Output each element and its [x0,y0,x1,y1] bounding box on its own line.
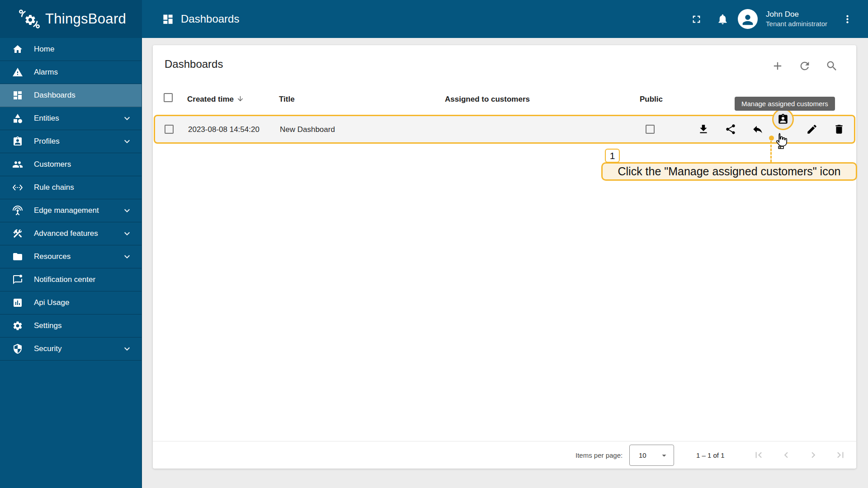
manage-assigned-customers-button[interactable] [772,108,794,130]
customers-icon [12,159,23,170]
row-checkbox[interactable] [165,125,174,134]
home-icon [12,44,23,55]
advanced-features-icon [12,228,23,239]
sidebar-item-home[interactable]: Home [0,38,142,61]
instruction-callout: Click the "Manage assigned customers" ic… [601,162,857,181]
sidebar-item-label: Rule chains [34,183,132,192]
rule-chains-icon [12,182,23,193]
resources-icon [12,251,23,262]
sidebar-item-label: Resources [34,252,122,261]
sidebar-item-label: Customers [34,160,132,169]
top-bar: ThingsBoard Dashboards John Doe Tenant a… [0,0,868,38]
public-checkbox[interactable] [646,125,655,134]
sidebar-item-resources[interactable]: Resources [0,245,142,268]
person-icon [740,12,755,28]
chevron-down-icon [122,343,132,354]
card-title: Dashboards [165,58,223,70]
row-title: New Dashboard [280,125,335,134]
sort-desc-icon [236,95,244,103]
row-created-time: 2023-08-08 14:54:20 [188,125,259,134]
sidebar-item-label: Advanced features [34,229,122,238]
sidebar-item-label: Home [34,45,132,54]
table-row[interactable]: 2023-08-08 14:54:20 New Dashboard [154,115,855,144]
notifications-button[interactable] [712,8,733,30]
search-button[interactable] [824,58,840,74]
breadcrumb: Dashboards [162,13,239,25]
page-title: Dashboards [181,13,239,25]
chevron-down-icon [122,113,132,124]
fullscreen-button[interactable] [685,8,707,30]
sidebar-item-label: Entities [34,114,122,123]
next-page-icon[interactable] [807,449,819,461]
refresh-button[interactable] [797,58,813,74]
thingsboard-app: ThingsBoard Dashboards John Doe Tenant a… [0,0,868,488]
sidebar-item-rule-chains[interactable]: Rule chains [0,176,142,199]
paginator: Items per page: 10 1 – 1 of 1 [153,441,856,469]
sidebar-item-edge-management[interactable]: Edge management [0,199,142,222]
edge-management-icon [12,205,23,216]
api-usage-icon [12,297,23,308]
notification-center-icon [12,274,23,285]
chevron-down-icon [122,205,132,216]
column-title[interactable]: Title [279,95,295,104]
page-range-label: 1 – 1 of 1 [696,451,725,459]
thingsboard-logo-icon [17,7,42,31]
avatar[interactable] [738,9,758,29]
entities-icon [12,113,23,124]
fullscreen-icon [690,13,703,25]
manage-assigned-customers-icon[interactable] [777,113,789,125]
bell-icon [717,13,729,25]
logo[interactable]: ThingsBoard [0,0,142,38]
make-private-icon [752,123,764,135]
search-icon [826,60,838,72]
tooltip: Manage assigned customers [735,97,835,111]
dropdown-arrow-icon [659,450,669,460]
main-content: Dashboards Created time Title Assigned t… [142,38,868,488]
sidebar-item-label: Alarms [34,68,132,77]
last-page-icon[interactable] [835,449,846,461]
dashboards-icon [162,13,174,25]
alarms-icon [12,67,23,78]
column-assigned-to-customers[interactable]: Assigned to customers [445,95,530,104]
page-size-value: 10 [639,451,646,459]
user-menu-button[interactable] [836,8,858,30]
sidebar-item-label: Settings [34,321,132,330]
sidebar-item-alarms[interactable]: Alarms [0,61,142,84]
connector-dashed-line [770,141,772,162]
sidebar-item-customers[interactable]: Customers [0,153,142,176]
profiles-icon [12,136,23,147]
share-icon[interactable] [725,123,736,135]
sidebar-item-notification-center[interactable]: Notification center [0,268,142,291]
sidebar-item-profiles[interactable]: Profiles [0,130,142,153]
select-all-checkbox[interactable] [164,93,173,102]
sidebar-item-label: Dashboards [34,91,132,100]
previous-page-icon[interactable] [780,449,792,461]
add-dashboard-button[interactable] [769,58,786,74]
download-icon[interactable] [698,123,709,135]
sidebar-item-settings[interactable]: Settings [0,314,142,338]
step-number-badge: 1 [605,149,620,163]
sidebar-item-label: Api Usage [34,298,132,307]
items-per-page-label: Items per page: [576,451,623,459]
column-created-time[interactable]: Created time [187,95,244,104]
sidebar-item-advanced-features[interactable]: Advanced features [0,222,142,245]
user-name: John Doe [766,9,827,19]
user-role: Tenant administrator [766,19,827,28]
security-icon [12,343,23,354]
dashboards-card: Dashboards Created time Title Assigned t… [153,45,856,469]
column-public[interactable]: Public [640,95,663,104]
sidebar-item-label: Security [34,344,122,353]
user-info: John Doe Tenant administrator [766,9,827,28]
settings-icon [12,320,23,331]
edit-icon[interactable] [806,123,818,135]
sidebar-item-api-usage[interactable]: Api Usage [0,291,142,314]
sidebar-nav: HomeAlarmsDashboardsEntitiesProfilesCust… [0,38,142,488]
sidebar-item-entities[interactable]: Entities [0,107,142,130]
delete-icon[interactable] [833,123,845,135]
plus-icon [771,60,784,72]
first-page-icon[interactable] [753,449,764,461]
sidebar-item-security[interactable]: Security [0,338,142,361]
more-vert-icon [841,13,854,25]
page-size-select[interactable]: 10 [629,445,674,466]
sidebar-item-dashboards[interactable]: Dashboards [0,84,142,107]
